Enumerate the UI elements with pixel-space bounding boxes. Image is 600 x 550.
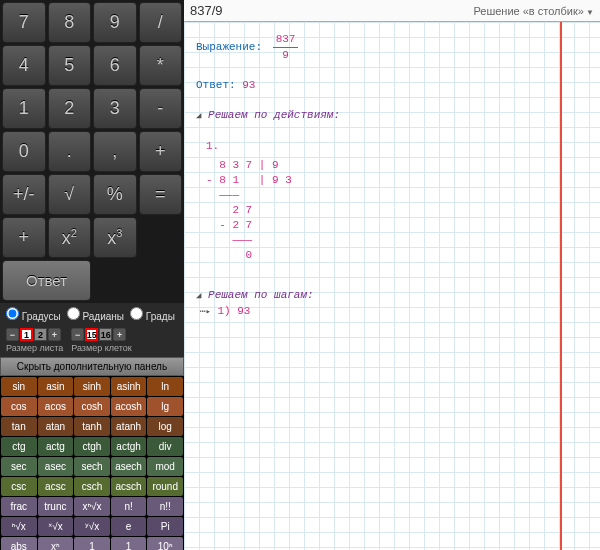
func-atan[interactable]: atan	[38, 417, 74, 436]
sheet-value2: 2	[34, 328, 47, 341]
func-abs[interactable]: abs	[1, 537, 37, 550]
func-x[interactable]: ⁿ√x	[1, 517, 37, 536]
steps-label: Решаем по шагам:	[208, 289, 314, 301]
func-n[interactable]: n!	[111, 497, 147, 516]
func-asinh[interactable]: asinh	[111, 377, 147, 396]
key-equals[interactable]: =	[139, 174, 183, 215]
long-division: 8 3 7 | 9 - 8 1 | 9 3 ——— 2 7 - 2 7 ——— …	[206, 158, 588, 263]
cell-size-control: − 15 16 + Размер клеток	[71, 328, 131, 353]
func-csch[interactable]: csch	[74, 477, 110, 496]
cell-minus[interactable]: −	[71, 328, 84, 341]
key-7[interactable]: 7	[2, 2, 46, 43]
key-1[interactable]: 1	[2, 88, 46, 129]
func-round[interactable]: round	[147, 477, 183, 496]
angle-degrees[interactable]: Градусы	[6, 307, 61, 322]
func-log[interactable]: log	[147, 417, 183, 436]
func-acsch[interactable]: acsch	[111, 477, 147, 496]
answer-label: Ответ:	[196, 79, 236, 91]
func-cos[interactable]: cos	[1, 397, 37, 416]
func-sinh[interactable]: sinh	[74, 377, 110, 396]
cell-value2: 16	[99, 328, 112, 341]
func-xx[interactable]: xⁿ√x	[74, 497, 110, 516]
func-acsc[interactable]: acsc	[38, 477, 74, 496]
func-tan[interactable]: tan	[1, 417, 37, 436]
collapse-icon[interactable]: ◢	[196, 111, 201, 121]
func-cosh[interactable]: cosh	[74, 397, 110, 416]
func-actg[interactable]: actg	[38, 437, 74, 456]
key-6[interactable]: 6	[93, 45, 137, 86]
key-sqrt[interactable]: √	[48, 174, 92, 215]
func-1[interactable]: 1	[74, 537, 110, 550]
func-ctg[interactable]: ctg	[1, 437, 37, 456]
func-x[interactable]: ʸ√x	[74, 517, 110, 536]
sheet-plus[interactable]: +	[48, 328, 61, 341]
key-divide[interactable]: /	[139, 2, 183, 43]
sheet-size-label: Размер листа	[6, 343, 63, 353]
func-e[interactable]: e	[111, 517, 147, 536]
func-actgh[interactable]: actgh	[111, 437, 147, 456]
func-tanh[interactable]: tanh	[74, 417, 110, 436]
step-result: 1) 93	[217, 305, 250, 317]
func-n[interactable]: n!!	[147, 497, 183, 516]
key-8[interactable]: 8	[48, 2, 92, 43]
func-asec[interactable]: asec	[38, 457, 74, 476]
func-acos[interactable]: acos	[38, 397, 74, 416]
answer-value: 93	[242, 79, 255, 91]
func-x[interactable]: ˣ√x	[38, 517, 74, 536]
func-mod[interactable]: mod	[147, 457, 183, 476]
key-x2[interactable]: x2	[48, 217, 92, 258]
sheet-minus[interactable]: −	[6, 328, 19, 341]
func-x[interactable]: xⁿ	[38, 537, 74, 550]
key-0[interactable]: 0	[2, 131, 46, 172]
collapse-icon[interactable]: ◢	[196, 291, 201, 301]
func-atanh[interactable]: atanh	[111, 417, 147, 436]
key-percent[interactable]: %	[93, 174, 137, 215]
angle-grads[interactable]: Грады	[130, 307, 175, 322]
expression-fraction: 837 9	[273, 32, 299, 63]
key-dot[interactable]: .	[48, 131, 92, 172]
margin-line	[560, 22, 562, 550]
key-x3[interactable]: x3	[93, 217, 137, 258]
key-5[interactable]: 5	[48, 45, 92, 86]
function-keypad: sinasinsinhasinhlncosacoscoshacoshlgtana…	[0, 376, 184, 550]
func-1[interactable]: 1	[111, 537, 147, 550]
func-frac[interactable]: frac	[1, 497, 37, 516]
func-asech[interactable]: asech	[111, 457, 147, 476]
key-answer[interactable]: Ответ	[2, 260, 91, 301]
key-comma[interactable]: ,	[93, 131, 137, 172]
func-sin[interactable]: sin	[1, 377, 37, 396]
func-ctgh[interactable]: ctgh	[74, 437, 110, 456]
func-Pi[interactable]: Pi	[147, 517, 183, 536]
key-9[interactable]: 9	[93, 2, 137, 43]
func-lg[interactable]: lg	[147, 397, 183, 416]
func-acosh[interactable]: acosh	[111, 397, 147, 416]
cell-plus[interactable]: +	[113, 328, 126, 341]
func-asin[interactable]: asin	[38, 377, 74, 396]
solution-notebook: Выражение: 837 9 Ответ: 93 ◢ Решаем по д…	[184, 22, 600, 550]
key-2[interactable]: 2	[48, 88, 92, 129]
func-sec[interactable]: sec	[1, 457, 37, 476]
key-plusminus[interactable]: +/-	[2, 174, 46, 215]
func-10[interactable]: 10ⁿ	[147, 537, 183, 550]
angle-radians[interactable]: Радианы	[67, 307, 124, 322]
func-trunc[interactable]: trunc	[38, 497, 74, 516]
func-sech[interactable]: sech	[74, 457, 110, 476]
key-multiply[interactable]: *	[139, 45, 183, 86]
key-plus[interactable]: +	[139, 131, 183, 172]
cell-value: 15	[85, 328, 98, 341]
cell-size-label: Размер клеток	[71, 343, 131, 353]
func-div[interactable]: div	[147, 437, 183, 456]
key-4[interactable]: 4	[2, 45, 46, 86]
expression-label: Выражение:	[196, 41, 262, 53]
key-minus[interactable]: -	[139, 88, 183, 129]
hide-panel-button[interactable]: Скрыть дополнительную панель	[0, 357, 184, 376]
step-number: 1.	[206, 139, 588, 154]
actions-label: Решаем по действиям:	[208, 109, 340, 121]
func-ln[interactable]: ln	[147, 377, 183, 396]
mode-dropdown[interactable]: Решение «в столбик»	[473, 5, 594, 17]
sheet-value: 1	[20, 328, 33, 341]
key-backspace[interactable]: +	[2, 217, 46, 258]
key-3[interactable]: 3	[93, 88, 137, 129]
func-csc[interactable]: csc	[1, 477, 37, 496]
sheet-size-control: − 1 2 + Размер листа	[6, 328, 63, 353]
